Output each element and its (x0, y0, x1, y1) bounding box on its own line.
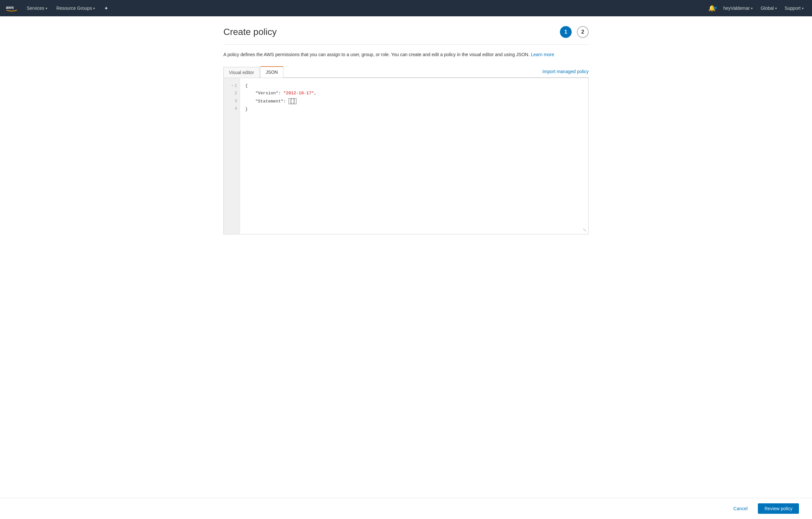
tab-visual-editor[interactable]: Visual editor (223, 67, 260, 78)
line-num-label-1: 1 (234, 82, 237, 89)
code-line-1: { (245, 82, 583, 89)
main-wrapper: Create policy 1 2 A policy defines the A… (0, 16, 812, 498)
line-num-label-3: 3 (234, 97, 237, 105)
notification-badge (714, 6, 717, 9)
page-header: Create policy 1 2 (223, 26, 589, 38)
page-title: Create policy (223, 27, 277, 37)
code-area[interactable]: { "Version": "2012-10-17", "Statement": … (240, 78, 588, 234)
learn-more-link[interactable]: Learn more (531, 52, 554, 57)
line-numbers: ▾ 1 2 3 4 (224, 78, 240, 234)
statement-bracket: [] (289, 98, 297, 104)
navbar: aws Services ▾ Resource Groups ▾ ✦ 🔔 hey… (0, 0, 812, 16)
region-label: Global (760, 5, 774, 11)
user-menu[interactable]: heyValdemar ▾ (720, 0, 756, 16)
footer-bar: Cancel Review policy (0, 498, 812, 519)
step-indicators: 1 2 (560, 26, 589, 38)
tabs-container: Visual editor JSON Import managed policy (223, 66, 589, 78)
resource-groups-nav[interactable]: Resource Groups ▾ (53, 0, 98, 16)
line-num-2: 2 (226, 89, 237, 97)
cancel-button[interactable]: Cancel (727, 503, 754, 514)
code-line-3: "Statement": [] (245, 97, 583, 105)
bookmarks-icon[interactable]: ✦ (101, 5, 112, 11)
main-content: Create policy 1 2 A policy defines the A… (210, 16, 602, 244)
navbar-right: 🔔 heyValdemar ▾ Global ▾ Support ▾ (705, 0, 807, 16)
resource-groups-chevron-icon: ▾ (93, 6, 95, 10)
header-divider (223, 45, 589, 45)
services-nav[interactable]: Services ▾ (24, 0, 51, 16)
review-policy-button[interactable]: Review policy (758, 503, 799, 514)
code-editor[interactable]: ▾ 1 2 3 4 { "Version": "2012-10-1 (223, 78, 589, 235)
aws-logo[interactable]: aws (5, 4, 18, 13)
editor-wrapper: ▾ 1 2 3 4 { "Version": "2012-10-1 (223, 78, 589, 235)
fold-indicator-1: ▾ (231, 83, 233, 89)
navbar-left: aws Services ▾ Resource Groups ▾ ✦ (5, 0, 112, 16)
tab-json[interactable]: JSON (260, 66, 283, 78)
step2-label: 2 (581, 29, 584, 35)
json-tab-label: JSON (266, 70, 278, 75)
tabs-left: Visual editor JSON (223, 66, 284, 77)
step1-indicator: 1 (560, 26, 572, 38)
code-line-2: "Version": "2012-10-17", (245, 89, 583, 97)
support-menu[interactable]: Support ▾ (781, 0, 807, 16)
resource-groups-label: Resource Groups (56, 5, 92, 11)
line-num-label-4: 4 (234, 105, 237, 112)
notifications-icon[interactable]: 🔔 (705, 5, 719, 12)
visual-editor-tab-label: Visual editor (229, 70, 254, 75)
region-chevron-icon: ▾ (775, 6, 777, 10)
user-label: heyValdemar (723, 5, 750, 11)
support-label: Support (785, 5, 801, 11)
user-chevron-icon: ▾ (751, 6, 753, 10)
resize-handle-icon[interactable]: ⤡ (583, 227, 587, 233)
line-num-3: 3 (226, 97, 237, 105)
step1-label: 1 (564, 29, 568, 35)
description-text: A policy defines the AWS permissions tha… (223, 52, 530, 57)
import-managed-policy-link[interactable]: Import managed policy (542, 69, 589, 77)
step2-indicator: 2 (577, 26, 589, 38)
services-chevron-icon: ▾ (46, 6, 47, 10)
svg-text:aws: aws (6, 5, 14, 10)
description: A policy defines the AWS permissions tha… (223, 51, 589, 58)
line-num-1: ▾ 1 (226, 82, 237, 89)
region-menu[interactable]: Global ▾ (757, 0, 780, 16)
support-chevron-icon: ▾ (802, 6, 804, 10)
line-num-label-2: 2 (234, 89, 237, 97)
import-policy-label: Import managed policy (542, 69, 589, 74)
line-num-4: 4 (226, 105, 237, 112)
services-label: Services (27, 5, 45, 11)
code-line-4: } (245, 105, 583, 113)
version-value: "2012-10-17" (283, 91, 314, 95)
